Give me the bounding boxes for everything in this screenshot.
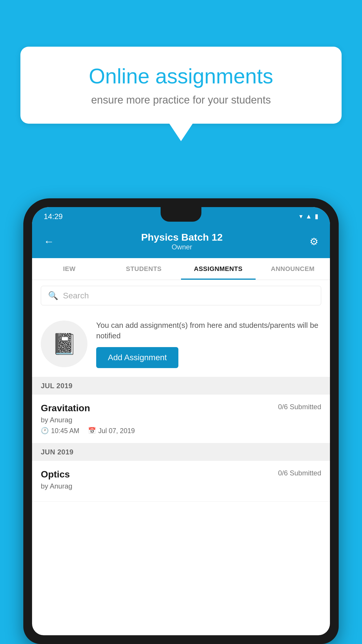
status-time: 14:29 [44, 212, 63, 221]
assignment-item-gravitation[interactable]: Gravitation 0/6 Submitted by Anurag 🕐 10… [32, 395, 330, 443]
batch-title: Physics Batch 12 [141, 232, 223, 243]
speech-bubble-arrow [169, 124, 193, 141]
phone-frame: 14:29 ▾ ▲ ▮ ← Physics Batch 12 Owner ⚙ I… [23, 198, 339, 644]
status-bar: 14:29 ▾ ▲ ▮ [32, 207, 330, 226]
tab-assignments[interactable]: ASSIGNMENTS [181, 258, 256, 280]
assignment-author-optics: by Anurag [41, 482, 321, 490]
content-area: 🔍 Search 📓 You can add assignment(s) fro… [32, 280, 330, 502]
promo-description: You can add assignment(s) from here and … [96, 320, 321, 341]
assignment-author: by Anurag [41, 416, 321, 424]
app-header: ← Physics Batch 12 Owner ⚙ [32, 226, 330, 258]
tabs-container: IEW STUDENTS ASSIGNMENTS ANNOUNCEM [32, 258, 330, 280]
settings-button[interactable]: ⚙ [310, 236, 318, 247]
search-icon: 🔍 [48, 291, 58, 300]
speech-bubble: Online assignments ensure more practice … [20, 47, 342, 124]
add-assignment-button[interactable]: Add Assignment [96, 347, 178, 368]
tab-iew[interactable]: IEW [32, 258, 107, 280]
assignment-submitted-optics: 0/6 Submitted [278, 469, 321, 477]
clock-icon: 🕐 [41, 427, 49, 435]
assignment-meta: 🕐 10:45 AM 📅 Jul 07, 2019 [41, 427, 321, 435]
batch-subtitle: Owner [141, 243, 223, 251]
assignment-time: 🕐 10:45 AM [41, 427, 79, 435]
assignment-book-icon: 📓 [52, 332, 77, 356]
back-button[interactable]: ← [44, 235, 54, 248]
assignment-row-top-optics: Optics 0/6 Submitted [41, 469, 321, 480]
promo-right: You can add assignment(s) from here and … [96, 320, 321, 368]
signal-icon: ▲ [305, 213, 312, 220]
assignment-icon-circle: 📓 [41, 321, 87, 367]
speech-bubble-section: Online assignments ensure more practice … [20, 47, 342, 141]
assignment-item-optics[interactable]: Optics 0/6 Submitted by Anurag [32, 461, 330, 502]
wifi-icon: ▾ [299, 213, 303, 220]
date-value: Jul 07, 2019 [98, 427, 135, 435]
speech-bubble-title: Online assignments [41, 64, 321, 88]
assignment-date: 📅 Jul 07, 2019 [88, 427, 135, 435]
speech-bubble-subtitle: ensure more practice for your students [41, 94, 321, 106]
search-placeholder: Search [63, 291, 89, 300]
add-assignment-promo: 📓 You can add assignment(s) from here an… [32, 311, 330, 377]
calendar-icon: 📅 [88, 427, 96, 435]
tab-announcements[interactable]: ANNOUNCEM [256, 258, 330, 280]
assignment-row-top: Gravitation 0/6 Submitted [41, 403, 321, 414]
time-value: 10:45 AM [51, 427, 79, 435]
battery-icon: ▮ [315, 213, 318, 220]
month-jun-2019: JUN 2019 [32, 443, 330, 461]
status-icons: ▾ ▲ ▮ [299, 213, 318, 220]
month-jul-2019: JUL 2019 [32, 377, 330, 395]
phone-notch [161, 207, 201, 222]
assignment-submitted: 0/6 Submitted [278, 403, 321, 411]
header-title-group: Physics Batch 12 Owner [141, 232, 223, 251]
assignment-name: Gravitation [41, 403, 90, 414]
phone-screen: 14:29 ▾ ▲ ▮ ← Physics Batch 12 Owner ⚙ I… [32, 207, 330, 635]
search-box[interactable]: 🔍 Search [41, 286, 321, 305]
search-container: 🔍 Search [32, 280, 330, 311]
tab-students[interactable]: STUDENTS [107, 258, 181, 280]
assignment-name-optics: Optics [41, 469, 70, 480]
